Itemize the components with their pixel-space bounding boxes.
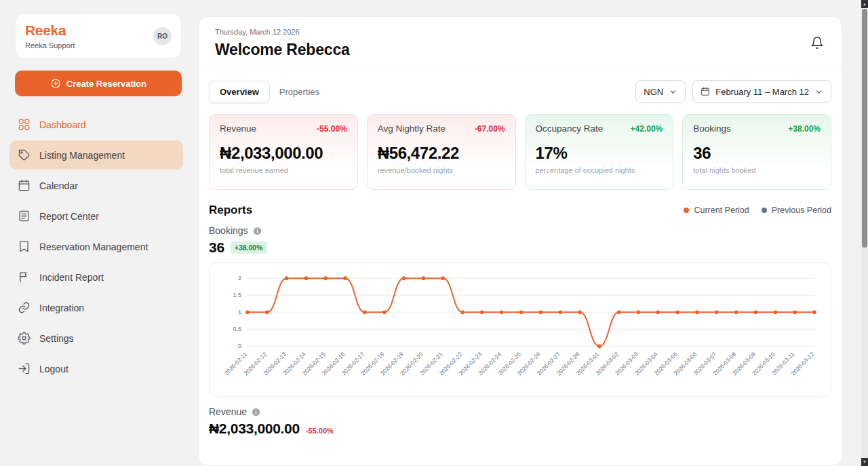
sidebar-item-label: Logout [39, 364, 68, 374]
info-icon[interactable] [251, 407, 261, 417]
chart-legend: Current Period Previous Period [684, 206, 831, 215]
avatar[interactable]: RO [153, 27, 172, 45]
stat-value: ₦56,472.22 [378, 144, 505, 163]
svg-text:1: 1 [238, 309, 241, 315]
calendar-small-icon [701, 87, 710, 96]
sidebar-item-label: Settings [39, 333, 74, 344]
reports-header: Reports Current Period Previous Period [209, 203, 831, 217]
stat-value: 17% [536, 144, 663, 163]
svg-text:2: 2 [238, 275, 241, 281]
revenue-label: Revenue [209, 406, 247, 417]
sidebar-item-label: Integration [39, 303, 84, 313]
scroll-down-button[interactable]: ▼ [861, 458, 868, 466]
gear-icon [18, 332, 31, 345]
tab-properties[interactable]: Properties [279, 87, 319, 97]
main-panel: Thursday, March 12 2026 Welcome Rebecca … [198, 16, 842, 466]
bookings-chart-card: 00.511.522026-02-112026-02-122026-02-132… [209, 263, 831, 397]
scroll-up-button[interactable]: ▲ [861, 0, 868, 8]
info-icon[interactable] [252, 226, 262, 236]
chevron-down-icon [669, 88, 677, 96]
logout-icon [18, 362, 31, 375]
filters: NGN February 11 – March 12 [635, 80, 831, 103]
bookings-label: Bookings [209, 225, 248, 236]
bookings-metric: Bookings 36 +38.00% [209, 225, 831, 256]
sidebar-item-incident-report[interactable]: Incident Report [9, 263, 183, 292]
revenue-metric: Revenue ₦2,033,000.00 -55.00% [209, 406, 831, 437]
bookings-change-badge: +38.00% [231, 241, 267, 254]
page-title: Welcome Rebecca [215, 41, 825, 59]
reeka-logo: Reeka [25, 22, 75, 39]
svg-text:0.5: 0.5 [233, 326, 241, 332]
legend-label: Current Period [694, 206, 749, 215]
revenue-change: -55.00% [306, 427, 334, 435]
scrollbar-thumb[interactable] [862, 9, 867, 248]
sidebar: Reeka Reeka Support RO Create Reservatio… [0, 0, 190, 466]
stat-card-avg-nightly-rate: Avg Nightly Rate-67.00% ₦56,472.22 reven… [367, 114, 516, 190]
bookings-value: 36 [209, 239, 224, 256]
sidebar-item-label: Listing Management [39, 150, 125, 161]
dashboard-icon [18, 118, 31, 131]
calendar-icon [18, 179, 31, 192]
sidebar-item-logout[interactable]: Logout [9, 354, 183, 383]
stat-subtitle: percentage of occupied nights [536, 166, 663, 174]
view-tabs: Overview Properties [209, 81, 319, 103]
sidebar-item-label: Dashboard [39, 119, 86, 130]
notification-bell-icon[interactable] [810, 36, 824, 50]
legend-label: Previous Period [772, 206, 831, 215]
sidebar-item-settings[interactable]: Settings [9, 324, 183, 353]
stat-change: +38.00% [788, 124, 821, 134]
revenue-value: ₦2,033,000.00 [209, 421, 300, 437]
support-label: Reeka Support [25, 41, 75, 50]
sidebar-item-label: Calendar [39, 180, 78, 191]
sidebar-item-calendar[interactable]: Calendar [9, 171, 183, 200]
date-range-picker[interactable]: February 11 – March 12 [692, 80, 831, 103]
stat-subtitle: revenue/booked nights [378, 166, 505, 174]
sidebar-nav: Dashboard Listing Management Calendar Re… [0, 110, 190, 383]
currency-value: NGN [644, 87, 663, 97]
sidebar-item-dashboard[interactable]: Dashboard [9, 110, 183, 139]
link-icon [18, 301, 31, 314]
stat-change: -55.00% [317, 124, 347, 134]
tab-overview[interactable]: Overview [209, 81, 270, 103]
stat-subtitle: total nights booked [693, 166, 821, 174]
sidebar-item-label: Report Center [39, 211, 99, 222]
brand-block: Reeka Reeka Support [25, 22, 75, 50]
stat-subtitle: total revenue earned [220, 166, 347, 174]
sidebar-item-listing-management[interactable]: Listing Management [9, 140, 183, 170]
svg-text:0: 0 [238, 343, 241, 349]
main-header: Thursday, March 12 2026 Welcome Rebecca [199, 17, 842, 69]
bookings-chart: 00.511.522026-02-112026-02-122026-02-132… [216, 271, 824, 395]
legend-previous-period: Previous Period [762, 206, 831, 215]
current-period-dot [684, 208, 689, 213]
dashboard-content: Overview Properties NGN February 11 – Ma… [199, 69, 842, 437]
scrollbar[interactable]: ▲ ▼ [861, 0, 868, 466]
stat-change: +42.00% [631, 124, 663, 134]
reports-title: Reports [209, 203, 252, 217]
stat-title: Occupancy Rate [536, 123, 604, 134]
sidebar-item-integration[interactable]: Integration [9, 293, 183, 322]
plus-circle-icon [50, 78, 61, 89]
stat-title: Revenue [220, 123, 256, 134]
tag-icon [18, 149, 31, 161]
currency-select[interactable]: NGN [635, 80, 686, 103]
stat-title: Bookings [693, 123, 731, 134]
previous-period-dot [762, 208, 767, 213]
logo-card: Reeka Reeka Support RO [15, 14, 182, 58]
stats-row: Revenue-55.00% ₦2,033,000.00 total reven… [209, 114, 831, 190]
chevron-down-icon [814, 88, 823, 96]
sidebar-item-report-center[interactable]: Report Center [9, 201, 183, 231]
create-reservation-button[interactable]: Create Reservation [15, 71, 182, 96]
stat-card-revenue: Revenue-55.00% ₦2,033,000.00 total reven… [209, 114, 358, 190]
stat-title: Avg Nightly Rate [378, 123, 446, 134]
sidebar-item-reservation-management[interactable]: Reservation Management [9, 232, 183, 261]
sidebar-item-label: Incident Report [39, 272, 104, 283]
stat-card-bookings: Bookings+38.00% 36 total nights booked [682, 114, 831, 190]
stat-change: -67.00% [475, 124, 505, 134]
controls-row: Overview Properties NGN February 11 – Ma… [209, 80, 831, 103]
stat-value: 36 [693, 144, 821, 163]
date-range-value: February 11 – March 12 [715, 87, 809, 97]
stat-value: ₦2,033,000.00 [220, 144, 347, 163]
bookmark-icon [18, 240, 31, 253]
stat-card-occupancy-rate: Occupancy Rate+42.00% 17% percentage of … [525, 114, 674, 190]
flag-icon [18, 271, 31, 284]
